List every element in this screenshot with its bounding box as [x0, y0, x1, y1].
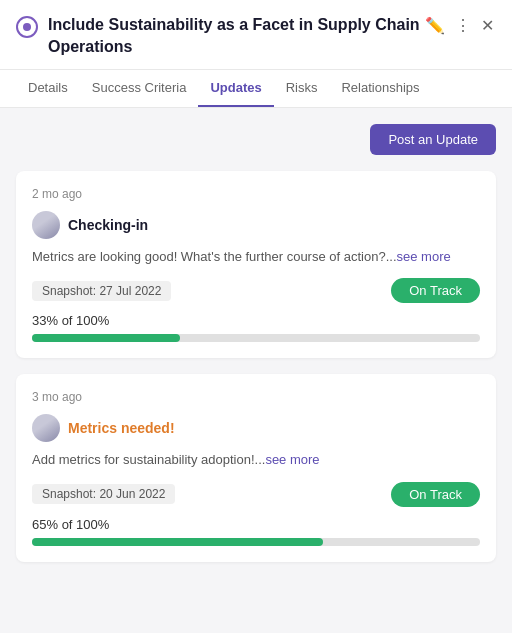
main-content: Post an Update 2 mo ago Checking-in Metr… — [0, 108, 512, 633]
author-row-2: Metrics needed! — [32, 414, 480, 442]
progress-label-1: 33% of 100% — [32, 313, 480, 328]
tab-relationships[interactable]: Relationships — [329, 70, 431, 107]
tab-success-criteria[interactable]: Success Criteria — [80, 70, 199, 107]
goal-icon — [16, 16, 38, 38]
header: Include Sustainability as a Facet in Sup… — [0, 0, 512, 70]
page-title: Include Sustainability as a Facet in Sup… — [48, 14, 423, 59]
post-update-button[interactable]: Post an Update — [370, 124, 496, 155]
tab-details[interactable]: Details — [16, 70, 80, 107]
see-more-1[interactable]: see more — [397, 249, 451, 264]
tab-updates[interactable]: Updates — [198, 70, 273, 107]
snapshot-badge-2: Snapshot: 20 Jun 2022 — [32, 484, 175, 504]
tabs-bar: Details Success Criteria Updates Risks R… — [0, 70, 512, 108]
header-left: Include Sustainability as a Facet in Sup… — [16, 14, 423, 59]
header-actions: ✏️ ⋮ ✕ — [423, 14, 496, 36]
author-row-1: Checking-in — [32, 211, 480, 239]
update-title-1: Checking-in — [68, 217, 148, 233]
snapshot-row-2: Snapshot: 20 Jun 2022 On Track — [32, 482, 480, 507]
avatar-1 — [32, 211, 60, 239]
status-badge-1: On Track — [391, 278, 480, 303]
update-body-text-1: Metrics are looking good! What's the fur… — [32, 249, 397, 264]
avatar-2 — [32, 414, 60, 442]
see-more-2[interactable]: see more — [265, 452, 319, 467]
update-body-text-2: Add metrics for sustainability adoption!… — [32, 452, 265, 467]
snapshot-row-1: Snapshot: 27 Jul 2022 On Track — [32, 278, 480, 303]
update-title-2: Metrics needed! — [68, 420, 175, 436]
update-body-1: Metrics are looking good! What's the fur… — [32, 247, 480, 267]
status-badge-2: On Track — [391, 482, 480, 507]
progress-bar-bg-1 — [32, 334, 480, 342]
more-options-button[interactable]: ⋮ — [453, 16, 473, 36]
progress-bar-bg-2 — [32, 538, 480, 546]
update-card-1: 2 mo ago Checking-in Metrics are looking… — [16, 171, 496, 359]
progress-bar-fill-2 — [32, 538, 323, 546]
snapshot-badge-1: Snapshot: 27 Jul 2022 — [32, 281, 171, 301]
progress-bar-fill-1 — [32, 334, 180, 342]
post-update-row: Post an Update — [16, 124, 496, 155]
edit-button[interactable]: ✏️ — [423, 16, 447, 36]
update-body-2: Add metrics for sustainability adoption!… — [32, 450, 480, 470]
update-card-2: 3 mo ago Metrics needed! Add metrics for… — [16, 374, 496, 562]
progress-label-2: 65% of 100% — [32, 517, 480, 532]
close-button[interactable]: ✕ — [479, 16, 496, 36]
tab-risks[interactable]: Risks — [274, 70, 330, 107]
time-ago-2: 3 mo ago — [32, 390, 480, 404]
time-ago-1: 2 mo ago — [32, 187, 480, 201]
